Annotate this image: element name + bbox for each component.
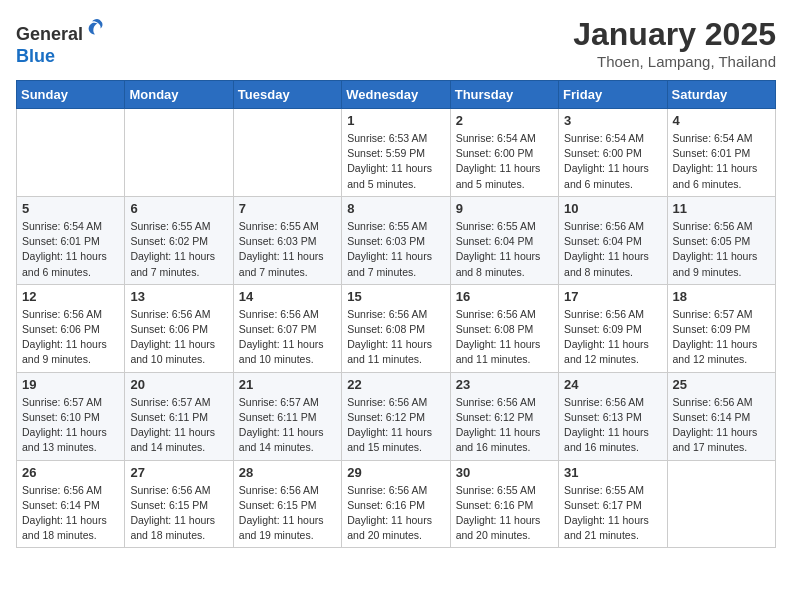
day-info: Sunrise: 6:57 AM Sunset: 6:11 PM Dayligh… — [239, 395, 336, 456]
day-info: Sunrise: 6:54 AM Sunset: 6:01 PM Dayligh… — [673, 131, 770, 192]
day-info: Sunrise: 6:56 AM Sunset: 6:07 PM Dayligh… — [239, 307, 336, 368]
day-info: Sunrise: 6:54 AM Sunset: 6:00 PM Dayligh… — [456, 131, 553, 192]
day-number: 3 — [564, 113, 661, 128]
day-info: Sunrise: 6:55 AM Sunset: 6:02 PM Dayligh… — [130, 219, 227, 280]
calendar-cell — [17, 109, 125, 197]
day-info: Sunrise: 6:56 AM Sunset: 6:16 PM Dayligh… — [347, 483, 444, 544]
day-number: 16 — [456, 289, 553, 304]
logo-blue: Blue — [16, 46, 55, 66]
day-info: Sunrise: 6:57 AM Sunset: 6:09 PM Dayligh… — [673, 307, 770, 368]
calendar-cell: 5Sunrise: 6:54 AM Sunset: 6:01 PM Daylig… — [17, 196, 125, 284]
day-number: 13 — [130, 289, 227, 304]
logo: General Blue — [16, 16, 109, 67]
day-number: 4 — [673, 113, 770, 128]
day-number: 2 — [456, 113, 553, 128]
day-number: 19 — [22, 377, 119, 392]
logo-icon — [85, 16, 109, 40]
calendar-week-row: 19Sunrise: 6:57 AM Sunset: 6:10 PM Dayli… — [17, 372, 776, 460]
calendar-cell: 15Sunrise: 6:56 AM Sunset: 6:08 PM Dayli… — [342, 284, 450, 372]
day-number: 28 — [239, 465, 336, 480]
day-info: Sunrise: 6:55 AM Sunset: 6:17 PM Dayligh… — [564, 483, 661, 544]
day-number: 20 — [130, 377, 227, 392]
day-number: 18 — [673, 289, 770, 304]
day-info: Sunrise: 6:56 AM Sunset: 6:04 PM Dayligh… — [564, 219, 661, 280]
logo-general: General — [16, 24, 83, 44]
day-number: 5 — [22, 201, 119, 216]
day-info: Sunrise: 6:54 AM Sunset: 6:00 PM Dayligh… — [564, 131, 661, 192]
day-number: 9 — [456, 201, 553, 216]
day-number: 8 — [347, 201, 444, 216]
calendar-cell: 13Sunrise: 6:56 AM Sunset: 6:06 PM Dayli… — [125, 284, 233, 372]
calendar-cell: 16Sunrise: 6:56 AM Sunset: 6:08 PM Dayli… — [450, 284, 558, 372]
calendar-cell: 12Sunrise: 6:56 AM Sunset: 6:06 PM Dayli… — [17, 284, 125, 372]
day-number: 14 — [239, 289, 336, 304]
calendar-table: SundayMondayTuesdayWednesdayThursdayFrid… — [16, 80, 776, 548]
month-title: January 2025 — [573, 16, 776, 53]
page-header: General Blue January 2025 Thoen, Lampang… — [16, 16, 776, 70]
day-number: 25 — [673, 377, 770, 392]
calendar-cell: 29Sunrise: 6:56 AM Sunset: 6:16 PM Dayli… — [342, 460, 450, 548]
calendar-cell — [233, 109, 341, 197]
day-number: 30 — [456, 465, 553, 480]
day-info: Sunrise: 6:54 AM Sunset: 6:01 PM Dayligh… — [22, 219, 119, 280]
day-info: Sunrise: 6:56 AM Sunset: 6:08 PM Dayligh… — [456, 307, 553, 368]
day-info: Sunrise: 6:56 AM Sunset: 6:06 PM Dayligh… — [22, 307, 119, 368]
weekday-label: Monday — [125, 81, 233, 109]
calendar-body: 1Sunrise: 6:53 AM Sunset: 5:59 PM Daylig… — [17, 109, 776, 548]
day-info: Sunrise: 6:56 AM Sunset: 6:15 PM Dayligh… — [130, 483, 227, 544]
calendar-cell: 1Sunrise: 6:53 AM Sunset: 5:59 PM Daylig… — [342, 109, 450, 197]
day-number: 15 — [347, 289, 444, 304]
calendar-cell: 18Sunrise: 6:57 AM Sunset: 6:09 PM Dayli… — [667, 284, 775, 372]
day-number: 23 — [456, 377, 553, 392]
day-number: 17 — [564, 289, 661, 304]
day-number: 21 — [239, 377, 336, 392]
calendar-cell: 14Sunrise: 6:56 AM Sunset: 6:07 PM Dayli… — [233, 284, 341, 372]
day-info: Sunrise: 6:55 AM Sunset: 6:16 PM Dayligh… — [456, 483, 553, 544]
day-number: 26 — [22, 465, 119, 480]
calendar-week-row: 5Sunrise: 6:54 AM Sunset: 6:01 PM Daylig… — [17, 196, 776, 284]
calendar-cell: 11Sunrise: 6:56 AM Sunset: 6:05 PM Dayli… — [667, 196, 775, 284]
day-info: Sunrise: 6:55 AM Sunset: 6:03 PM Dayligh… — [347, 219, 444, 280]
day-info: Sunrise: 6:56 AM Sunset: 6:13 PM Dayligh… — [564, 395, 661, 456]
calendar-cell: 10Sunrise: 6:56 AM Sunset: 6:04 PM Dayli… — [559, 196, 667, 284]
day-number: 6 — [130, 201, 227, 216]
weekday-label: Thursday — [450, 81, 558, 109]
weekday-label: Saturday — [667, 81, 775, 109]
day-info: Sunrise: 6:56 AM Sunset: 6:12 PM Dayligh… — [456, 395, 553, 456]
calendar-cell: 4Sunrise: 6:54 AM Sunset: 6:01 PM Daylig… — [667, 109, 775, 197]
day-info: Sunrise: 6:56 AM Sunset: 6:12 PM Dayligh… — [347, 395, 444, 456]
calendar-cell: 26Sunrise: 6:56 AM Sunset: 6:14 PM Dayli… — [17, 460, 125, 548]
calendar-cell: 27Sunrise: 6:56 AM Sunset: 6:15 PM Dayli… — [125, 460, 233, 548]
weekday-header-row: SundayMondayTuesdayWednesdayThursdayFrid… — [17, 81, 776, 109]
calendar-week-row: 12Sunrise: 6:56 AM Sunset: 6:06 PM Dayli… — [17, 284, 776, 372]
day-number: 7 — [239, 201, 336, 216]
day-number: 31 — [564, 465, 661, 480]
day-info: Sunrise: 6:56 AM Sunset: 6:14 PM Dayligh… — [673, 395, 770, 456]
calendar-cell: 20Sunrise: 6:57 AM Sunset: 6:11 PM Dayli… — [125, 372, 233, 460]
day-info: Sunrise: 6:56 AM Sunset: 6:09 PM Dayligh… — [564, 307, 661, 368]
calendar-cell: 2Sunrise: 6:54 AM Sunset: 6:00 PM Daylig… — [450, 109, 558, 197]
day-info: Sunrise: 6:53 AM Sunset: 5:59 PM Dayligh… — [347, 131, 444, 192]
weekday-label: Wednesday — [342, 81, 450, 109]
day-info: Sunrise: 6:56 AM Sunset: 6:08 PM Dayligh… — [347, 307, 444, 368]
calendar-cell: 25Sunrise: 6:56 AM Sunset: 6:14 PM Dayli… — [667, 372, 775, 460]
calendar-cell — [667, 460, 775, 548]
calendar-cell: 30Sunrise: 6:55 AM Sunset: 6:16 PM Dayli… — [450, 460, 558, 548]
day-number: 1 — [347, 113, 444, 128]
calendar-cell: 8Sunrise: 6:55 AM Sunset: 6:03 PM Daylig… — [342, 196, 450, 284]
weekday-label: Friday — [559, 81, 667, 109]
day-info: Sunrise: 6:56 AM Sunset: 6:14 PM Dayligh… — [22, 483, 119, 544]
day-number: 12 — [22, 289, 119, 304]
calendar-cell: 17Sunrise: 6:56 AM Sunset: 6:09 PM Dayli… — [559, 284, 667, 372]
weekday-label: Tuesday — [233, 81, 341, 109]
day-number: 29 — [347, 465, 444, 480]
calendar-cell: 7Sunrise: 6:55 AM Sunset: 6:03 PM Daylig… — [233, 196, 341, 284]
day-info: Sunrise: 6:56 AM Sunset: 6:05 PM Dayligh… — [673, 219, 770, 280]
day-number: 11 — [673, 201, 770, 216]
calendar-cell: 28Sunrise: 6:56 AM Sunset: 6:15 PM Dayli… — [233, 460, 341, 548]
title-block: January 2025 Thoen, Lampang, Thailand — [573, 16, 776, 70]
calendar-week-row: 1Sunrise: 6:53 AM Sunset: 5:59 PM Daylig… — [17, 109, 776, 197]
day-number: 24 — [564, 377, 661, 392]
day-number: 27 — [130, 465, 227, 480]
day-info: Sunrise: 6:55 AM Sunset: 6:03 PM Dayligh… — [239, 219, 336, 280]
